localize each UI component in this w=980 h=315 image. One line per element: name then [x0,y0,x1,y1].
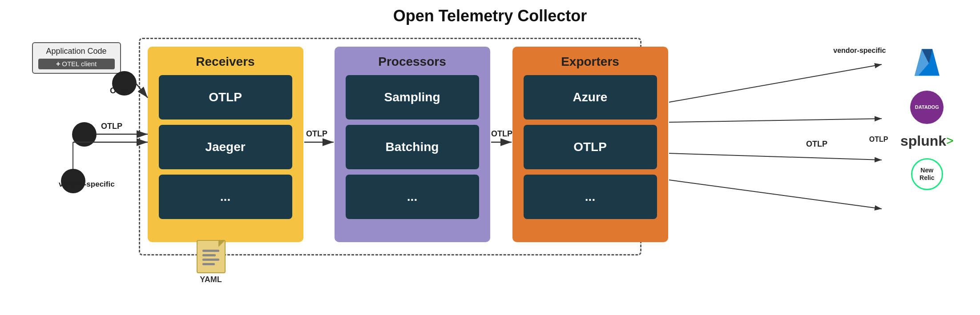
yaml-label: YAML [200,275,222,284]
circle-mid [72,122,97,147]
exporters-panel: Exporters Azure OTLP ... [512,47,668,242]
processors-box-batching: Batching [346,125,479,169]
otel-client-label: OTEL client [62,60,97,68]
app-code-box: Application Code + OTEL client [32,42,121,74]
svg-line-18 [669,153,882,160]
splunk-logo: splunk > [900,133,953,149]
logo-area: DATADOG splunk > NewRelic [900,47,953,190]
circle-bot [61,169,85,193]
exporters-box-more: ... [524,175,657,219]
splunk-label: splunk [900,133,946,149]
splunk-chevron-icon: > [946,134,953,148]
yaml-doc-icon [197,240,226,273]
exporters-box-otlp: OTLP [524,125,657,169]
receivers-panel: Receivers OTLP Jaeger ... [148,47,303,242]
newrelic-logo: NewRelic [911,158,943,190]
exporters-box-azure: Azure [524,75,657,120]
processors-panel: Processors Sampling Batching ... [335,47,490,242]
app-code-label: Application Code [38,47,115,56]
circle-top [112,71,137,96]
receivers-box-more: ... [159,175,292,219]
otlp-right-label: OTLP [869,136,888,144]
newrelic-label: NewRelic [920,167,934,182]
svg-text:OTLP: OTLP [806,140,827,148]
exporters-title: Exporters [561,55,619,69]
processors-box-more: ... [346,175,479,219]
svg-text:OTLP: OTLP [101,122,122,131]
svg-line-17 [669,119,882,122]
svg-line-20 [669,180,882,209]
svg-line-16 [669,64,882,102]
datadog-logo: DATADOG [910,91,944,124]
receivers-box-jaeger: Jaeger [159,125,292,169]
plus-icon: + [56,60,60,68]
page-title: Open Telemetry Collector [23,7,957,25]
yaml-config: YAML [197,240,226,284]
datadog-label: DATADOG [913,103,941,112]
receivers-box-otlp: OTLP [159,75,292,120]
processors-title: Processors [378,55,446,69]
azure-logo [909,47,945,82]
otel-client-badge: + OTEL client [38,59,115,69]
receivers-title: Receivers [196,55,254,69]
processors-box-sampling: Sampling [346,75,479,120]
vendor-specific-label: vendor-specific [833,47,886,55]
